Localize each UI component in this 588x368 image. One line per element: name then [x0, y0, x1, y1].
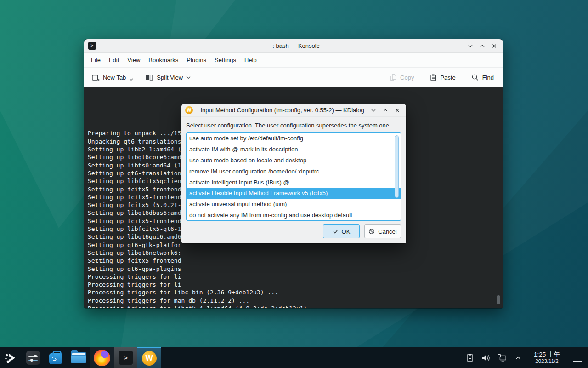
copy-icon: [390, 74, 397, 81]
find-button[interactable]: Find: [469, 71, 496, 84]
show-desktop-button[interactable]: [571, 347, 584, 368]
new-tab-button[interactable]: New Tab: [90, 71, 135, 84]
split-view-button[interactable]: Split View: [143, 71, 192, 84]
discover-button[interactable]: ›: [44, 347, 67, 368]
input-method-dialog: W Input Method Configuration (im-config,…: [181, 104, 406, 243]
plasma-launcher-icon: [4, 351, 18, 364]
maximize-icon[interactable]: [381, 106, 390, 115]
menu-item[interactable]: Plugins: [182, 54, 210, 66]
terminal-line: Processing triggers for li: [88, 273, 503, 281]
im-config-icon: W: [142, 351, 157, 366]
configuration-list-items: use auto mode set by /etc/default/im-con…: [187, 133, 401, 220]
find-label: Find: [482, 74, 494, 81]
dialog-list-item[interactable]: activate IM with @-mark in its descripti…: [187, 144, 401, 155]
dialog-message: Select user configuration. The user conf…: [186, 122, 391, 129]
copy-label: Copy: [400, 74, 414, 81]
dialog-list-item[interactable]: activate universal input method (uim): [187, 199, 401, 210]
paste-icon: [430, 74, 437, 81]
show-desktop-icon: [573, 354, 582, 362]
maximize-icon[interactable]: [478, 42, 486, 50]
clipboard-tray-icon[interactable]: [465, 353, 475, 363]
menu-item[interactable]: Settings: [210, 54, 240, 66]
menu-item[interactable]: Edit: [105, 54, 123, 66]
konsole-window-title: ~ : bash — Konsole: [84, 42, 503, 49]
menu-item[interactable]: Help: [240, 54, 261, 66]
menu-item[interactable]: View: [123, 54, 144, 66]
clock-time: 1:25 上午: [534, 351, 560, 358]
dialog-list-item[interactable]: remove IM user configuration /home/foo/.…: [187, 166, 401, 177]
dialog-list-item[interactable]: do not activate any IM from im-config an…: [187, 210, 401, 221]
paste-button[interactable]: Paste: [428, 71, 457, 84]
cancel-button[interactable]: Cancel: [364, 224, 401, 238]
minimize-icon[interactable]: [466, 42, 475, 50]
search-icon: [471, 74, 479, 81]
discover-icon: ›: [49, 353, 62, 364]
konsole-titlebar[interactable]: > ~ : bash — Konsole: [84, 39, 503, 53]
dialog-title: Input Method Configuration (im-config, v…: [195, 107, 369, 114]
menu-item[interactable]: File: [87, 54, 105, 66]
terminal-line: Processing triggers for libgtk-4-1:amd64…: [88, 305, 503, 308]
firefox-icon: [94, 350, 110, 366]
new-tab-icon: [91, 74, 100, 81]
konsole-icon: >: [119, 351, 133, 365]
list-scrollbar[interactable]: [395, 135, 399, 198]
system-settings-button[interactable]: [22, 347, 44, 368]
dialog-list-item[interactable]: use auto mode based on locale and deskto…: [187, 155, 401, 166]
dialog-titlebar[interactable]: W Input Method Configuration (im-config,…: [181, 104, 406, 117]
network-tray-icon[interactable]: [497, 353, 507, 363]
cancel-icon: [368, 228, 375, 235]
check-icon: [333, 229, 339, 234]
terminal-scrollbar[interactable]: [497, 295, 500, 304]
menu-item[interactable]: Bookmarks: [144, 54, 182, 66]
close-icon[interactable]: [490, 42, 498, 50]
terminal-line: Processing triggers for libc-bin (2.36-9…: [88, 288, 503, 296]
konsole-toolbar: New Tab Split View: [84, 68, 503, 87]
split-view-icon: [145, 74, 153, 81]
task-firefox[interactable]: [90, 347, 114, 368]
dialog-list-item[interactable]: activate Flexible Input Method Framework…: [187, 188, 401, 199]
close-icon[interactable]: [393, 106, 401, 115]
digital-clock[interactable]: 1:25 上午 2023/11/2: [534, 351, 560, 364]
dialog-list-item[interactable]: use auto mode set by /etc/default/im-con…: [187, 133, 401, 144]
terminal-line: Processing triggers for man-db (2.11.2-2…: [88, 297, 503, 305]
chevron-down-icon: [129, 78, 133, 81]
application-launcher-button[interactable]: [0, 347, 22, 368]
desktop: > ~ : bash — Konsole FileEditViewBookmar…: [0, 0, 588, 368]
file-manager-button[interactable]: [67, 347, 90, 368]
clock-date: 2023/11/2: [534, 358, 560, 364]
terminal-line: Setting up qt6-qpa-plugins: [88, 265, 503, 273]
folder-icon: [71, 352, 86, 363]
cancel-label: Cancel: [378, 228, 396, 235]
ok-button[interactable]: OK: [323, 224, 360, 238]
terminal-line: Setting up fcitx5-frontend: [88, 257, 503, 264]
tray-expander-chevron-up-icon[interactable]: [513, 353, 523, 363]
task-konsole[interactable]: >: [114, 347, 137, 368]
im-config-app-icon: W: [185, 106, 193, 114]
minimize-icon[interactable]: [369, 106, 378, 115]
ok-label: OK: [342, 228, 351, 235]
volume-tray-icon[interactable]: [481, 353, 491, 363]
new-tab-label: New Tab: [103, 74, 126, 81]
split-view-label: Split View: [157, 74, 183, 81]
chevron-down-icon: [186, 76, 191, 79]
taskbar: › > W: [0, 347, 588, 368]
terminal-line: Setting up libqt6network6:: [88, 249, 503, 257]
task-im-config-dialog[interactable]: W: [137, 347, 161, 368]
terminal-line: Processing triggers for li: [88, 281, 503, 288]
system-settings-icon: [26, 351, 40, 365]
configuration-list[interactable]: use auto mode set by /etc/default/im-con…: [186, 132, 401, 221]
konsole-menubar: FileEditViewBookmarksPluginsSettingsHelp: [84, 53, 503, 68]
dialog-list-item[interactable]: activate Intelligent Input Bus (IBus) @: [187, 177, 401, 188]
copy-button[interactable]: Copy: [388, 71, 416, 84]
paste-label: Paste: [440, 74, 455, 81]
